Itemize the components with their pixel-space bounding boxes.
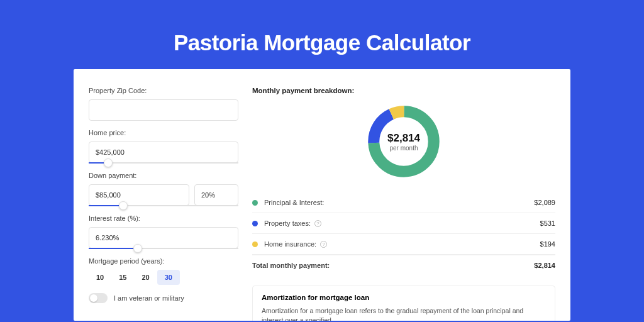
legend-taxes: Property taxes: ? $531 bbox=[252, 213, 555, 234]
down-payment-slider-thumb[interactable] bbox=[119, 201, 128, 210]
toggle-knob bbox=[90, 294, 97, 302]
breakdown-column: Monthly payment breakdown: $2,814 per mo… bbox=[252, 87, 555, 321]
interest-label: Interest rate (%): bbox=[89, 214, 238, 222]
period-label: Mortgage period (years): bbox=[89, 257, 238, 265]
amortization-box: Amortization for mortgage loan Amortizat… bbox=[252, 286, 555, 321]
home-price-slider[interactable] bbox=[89, 162, 238, 164]
info-icon[interactable]: ? bbox=[314, 220, 321, 227]
home-price-label: Home price: bbox=[89, 129, 238, 136]
dot-icon bbox=[252, 221, 258, 226]
veteran-toggle[interactable] bbox=[89, 293, 108, 303]
dot-icon bbox=[252, 200, 258, 206]
down-payment-input[interactable] bbox=[89, 184, 189, 206]
donut-sub: per month bbox=[387, 145, 420, 152]
dot-icon bbox=[252, 242, 258, 247]
home-price-group: Home price: bbox=[89, 129, 238, 164]
calculator-card: Property Zip Code: Home price: Down paym… bbox=[74, 69, 570, 321]
down-payment-group: Down payment: bbox=[89, 172, 238, 206]
interest-group: Interest rate (%): bbox=[89, 214, 238, 249]
veteran-row: I am veteran or military bbox=[89, 293, 238, 303]
period-btn-10[interactable]: 10 bbox=[89, 270, 111, 285]
interest-slider-thumb[interactable] bbox=[133, 244, 142, 253]
period-options: 10 15 20 30 bbox=[89, 270, 238, 285]
home-price-slider-thumb[interactable] bbox=[104, 158, 113, 167]
legend-value: $194 bbox=[540, 240, 555, 248]
amortization-title: Amortization for mortgage loan bbox=[262, 294, 546, 301]
zip-group: Property Zip Code: bbox=[89, 87, 238, 121]
legend-value: $2,089 bbox=[534, 199, 555, 206]
veteran-label: I am veteran or military bbox=[114, 294, 184, 302]
down-payment-pct-input[interactable] bbox=[194, 184, 238, 206]
period-btn-20[interactable]: 20 bbox=[135, 270, 157, 285]
down-payment-slider[interactable] bbox=[89, 205, 238, 206]
legend-label: Principal & Interest: bbox=[264, 199, 534, 206]
period-group: Mortgage period (years): 10 15 20 30 bbox=[89, 257, 238, 285]
down-payment-label: Down payment: bbox=[89, 172, 238, 179]
legend-insurance: Home insurance: ? $194 bbox=[252, 234, 555, 255]
period-btn-15[interactable]: 15 bbox=[111, 270, 134, 285]
interest-slider[interactable] bbox=[89, 248, 238, 249]
total-value: $2,814 bbox=[534, 262, 555, 269]
total-label: Total monthly payment: bbox=[252, 262, 534, 269]
legend-text: Property taxes: bbox=[264, 219, 311, 227]
page-title: Pastoria Mortgage Calculator bbox=[0, 0, 644, 69]
interest-input[interactable] bbox=[89, 227, 238, 248]
zip-input[interactable] bbox=[89, 99, 238, 121]
legend-label: Home insurance: ? bbox=[264, 240, 540, 248]
legend-value: $531 bbox=[540, 219, 555, 227]
period-btn-30[interactable]: 30 bbox=[157, 270, 180, 285]
legend-text: Home insurance: bbox=[264, 240, 316, 248]
inputs-column: Property Zip Code: Home price: Down paym… bbox=[89, 87, 238, 321]
donut-chart: $2,814 per month bbox=[252, 102, 555, 181]
zip-label: Property Zip Code: bbox=[89, 87, 238, 94]
legend-label: Property taxes: ? bbox=[264, 219, 540, 227]
legend-total: Total monthly payment: $2,814 bbox=[252, 255, 555, 275]
donut-amount: $2,814 bbox=[387, 132, 420, 145]
donut-center: $2,814 per month bbox=[387, 132, 420, 152]
amortization-body: Amortization for a mortgage loan refers … bbox=[262, 306, 546, 321]
legend-principal: Principal & Interest: $2,089 bbox=[252, 192, 555, 213]
info-icon[interactable]: ? bbox=[320, 241, 327, 248]
breakdown-title: Monthly payment breakdown: bbox=[252, 87, 555, 94]
